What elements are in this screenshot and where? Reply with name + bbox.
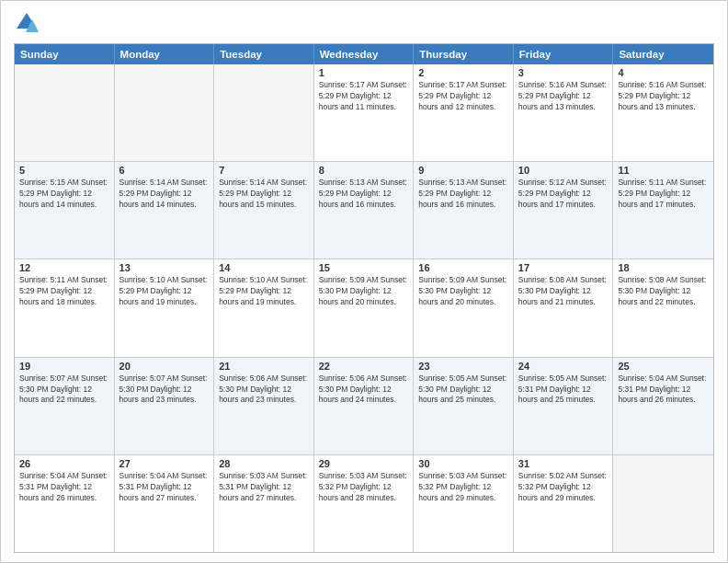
day-cell-8: 8Sunrise: 5:13 AM Sunset: 5:29 PM Daylig… [314,162,415,259]
day-number: 4 [618,67,709,78]
day-cell-9: 9Sunrise: 5:13 AM Sunset: 5:29 PM Daylig… [414,162,514,259]
day-cell-16: 16Sunrise: 5:09 AM Sunset: 5:30 PM Dayli… [414,259,514,356]
day-header-thursday: Thursday [414,44,514,64]
day-cell-31: 31Sunrise: 5:02 AM Sunset: 5:32 PM Dayli… [514,455,614,552]
day-cell-27: 27Sunrise: 5:04 AM Sunset: 5:31 PM Dayli… [115,455,215,552]
cell-info: Sunrise: 5:09 AM Sunset: 5:30 PM Dayligh… [319,275,409,308]
calendar-header-row: SundayMondayTuesdayWednesdayThursdayFrid… [15,44,713,64]
cell-info: Sunrise: 5:12 AM Sunset: 5:29 PM Dayligh… [518,178,609,211]
day-number: 27 [119,458,210,469]
day-number: 2 [418,67,508,78]
day-cell-6: 6Sunrise: 5:14 AM Sunset: 5:29 PM Daylig… [115,162,215,259]
day-cell-24: 24Sunrise: 5:05 AM Sunset: 5:31 PM Dayli… [514,358,614,454]
day-cell-23: 23Sunrise: 5:05 AM Sunset: 5:30 PM Dayli… [414,358,514,454]
day-cell-26: 26Sunrise: 5:04 AM Sunset: 5:31 PM Dayli… [15,455,115,552]
cell-info: Sunrise: 5:06 AM Sunset: 5:30 PM Dayligh… [319,373,409,407]
cell-info: Sunrise: 5:13 AM Sunset: 5:29 PM Dayligh… [319,178,409,211]
day-number: 9 [418,165,508,176]
cell-info: Sunrise: 5:14 AM Sunset: 5:29 PM Dayligh… [119,178,210,211]
day-number: 10 [518,165,609,176]
day-number: 3 [518,67,609,78]
logo-icon [14,10,40,36]
day-number: 29 [319,458,409,469]
day-number: 17 [518,262,609,273]
day-cell-1: 1Sunrise: 5:17 AM Sunset: 5:29 PM Daylig… [314,64,415,161]
day-cell-2: 2Sunrise: 5:17 AM Sunset: 5:29 PM Daylig… [414,64,514,161]
calendar-row-3: 12Sunrise: 5:11 AM Sunset: 5:29 PM Dayli… [15,259,713,357]
day-cell-12: 12Sunrise: 5:11 AM Sunset: 5:29 PM Dayli… [15,259,115,356]
cell-info: Sunrise: 5:02 AM Sunset: 5:32 PM Dayligh… [518,471,609,504]
cell-info: Sunrise: 5:11 AM Sunset: 5:29 PM Dayligh… [19,275,109,308]
day-header-wednesday: Wednesday [314,44,415,64]
day-number: 1 [319,67,409,78]
day-cell-28: 28Sunrise: 5:03 AM Sunset: 5:31 PM Dayli… [214,455,314,552]
day-cell-21: 21Sunrise: 5:06 AM Sunset: 5:30 PM Dayli… [214,358,314,454]
cell-info: Sunrise: 5:10 AM Sunset: 5:29 PM Dayligh… [119,275,210,308]
cell-info: Sunrise: 5:03 AM Sunset: 5:31 PM Dayligh… [219,471,309,504]
cell-info: Sunrise: 5:15 AM Sunset: 5:29 PM Dayligh… [19,178,109,211]
cell-info: Sunrise: 5:16 AM Sunset: 5:29 PM Dayligh… [618,80,709,113]
cell-info: Sunrise: 5:06 AM Sunset: 5:30 PM Dayligh… [219,373,309,407]
day-cell-30: 30Sunrise: 5:03 AM Sunset: 5:32 PM Dayli… [414,455,514,552]
cell-info: Sunrise: 5:13 AM Sunset: 5:29 PM Dayligh… [418,178,508,211]
day-cell-10: 10Sunrise: 5:12 AM Sunset: 5:29 PM Dayli… [514,162,614,259]
cell-info: Sunrise: 5:04 AM Sunset: 5:31 PM Dayligh… [119,471,210,504]
day-header-monday: Monday [115,44,215,64]
cell-info: Sunrise: 5:04 AM Sunset: 5:31 PM Dayligh… [618,373,709,407]
calendar-row-2: 5Sunrise: 5:15 AM Sunset: 5:29 PM Daylig… [15,162,713,259]
day-number: 15 [319,262,409,273]
cell-info: Sunrise: 5:10 AM Sunset: 5:29 PM Dayligh… [219,275,309,308]
cell-info: Sunrise: 5:17 AM Sunset: 5:29 PM Dayligh… [319,80,409,113]
cell-info: Sunrise: 5:09 AM Sunset: 5:30 PM Dayligh… [418,275,508,308]
day-number: 13 [119,262,210,273]
day-header-tuesday: Tuesday [214,44,314,64]
day-number: 7 [219,165,309,176]
cell-info: Sunrise: 5:17 AM Sunset: 5:29 PM Dayligh… [418,80,508,113]
day-number: 22 [319,361,409,372]
day-number: 21 [219,361,309,372]
cell-info: Sunrise: 5:03 AM Sunset: 5:32 PM Dayligh… [319,471,409,504]
day-number: 23 [418,361,508,372]
day-cell-7: 7Sunrise: 5:14 AM Sunset: 5:29 PM Daylig… [214,162,314,259]
day-header-friday: Friday [514,44,614,64]
calendar-row-5: 26Sunrise: 5:04 AM Sunset: 5:31 PM Dayli… [15,455,713,552]
cell-info: Sunrise: 5:05 AM Sunset: 5:30 PM Dayligh… [418,373,508,407]
cell-info: Sunrise: 5:03 AM Sunset: 5:32 PM Dayligh… [418,471,508,504]
calendar: SundayMondayTuesdayWednesdayThursdayFrid… [14,43,714,553]
day-number: 12 [19,262,109,273]
day-number: 19 [19,361,109,372]
day-number: 6 [119,165,210,176]
day-cell-3: 3Sunrise: 5:16 AM Sunset: 5:29 PM Daylig… [514,64,614,161]
day-cell-15: 15Sunrise: 5:09 AM Sunset: 5:30 PM Dayli… [314,259,415,356]
header [14,10,714,36]
day-number: 25 [618,361,709,372]
day-cell-5: 5Sunrise: 5:15 AM Sunset: 5:29 PM Daylig… [15,162,115,259]
day-cell-29: 29Sunrise: 5:03 AM Sunset: 5:32 PM Dayli… [314,455,415,552]
cell-info: Sunrise: 5:05 AM Sunset: 5:31 PM Dayligh… [518,373,609,407]
day-number: 8 [319,165,409,176]
day-header-saturday: Saturday [613,44,713,64]
day-number: 24 [518,361,609,372]
day-number: 14 [219,262,309,273]
day-cell-4: 4Sunrise: 5:16 AM Sunset: 5:29 PM Daylig… [613,64,713,161]
page: SundayMondayTuesdayWednesdayThursdayFrid… [0,0,728,563]
day-cell-25: 25Sunrise: 5:04 AM Sunset: 5:31 PM Dayli… [613,358,713,454]
day-cell-17: 17Sunrise: 5:08 AM Sunset: 5:30 PM Dayli… [514,259,614,356]
logo [14,10,43,36]
day-number: 30 [418,458,508,469]
empty-cell [214,64,314,161]
day-cell-19: 19Sunrise: 5:07 AM Sunset: 5:30 PM Dayli… [15,358,115,454]
cell-info: Sunrise: 5:08 AM Sunset: 5:30 PM Dayligh… [518,275,609,308]
day-number: 16 [418,262,508,273]
day-cell-20: 20Sunrise: 5:07 AM Sunset: 5:30 PM Dayli… [115,358,215,454]
cell-info: Sunrise: 5:07 AM Sunset: 5:30 PM Dayligh… [119,373,210,407]
cell-info: Sunrise: 5:07 AM Sunset: 5:30 PM Dayligh… [19,373,109,407]
empty-cell [613,455,713,552]
day-cell-18: 18Sunrise: 5:08 AM Sunset: 5:30 PM Dayli… [613,259,713,356]
calendar-row-4: 19Sunrise: 5:07 AM Sunset: 5:30 PM Dayli… [15,358,713,455]
day-cell-14: 14Sunrise: 5:10 AM Sunset: 5:29 PM Dayli… [214,259,314,356]
day-number: 11 [618,165,709,176]
day-number: 20 [119,361,210,372]
empty-cell [115,64,215,161]
calendar-row-1: 1Sunrise: 5:17 AM Sunset: 5:29 PM Daylig… [15,64,713,162]
